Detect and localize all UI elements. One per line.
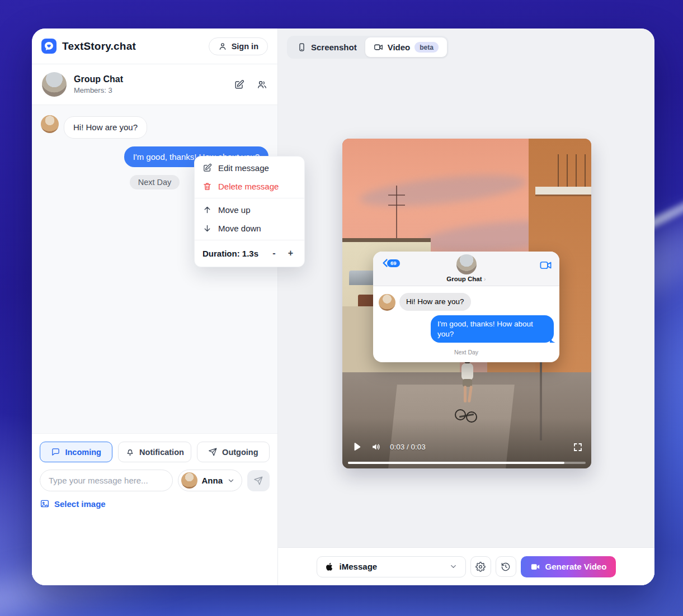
chevron-down-icon [449,562,458,571]
cyclist-figure [456,358,479,423]
duration-decrease-button[interactable]: - [269,248,279,258]
bell-icon [125,447,135,457]
incoming-message-bubble[interactable]: Hi! How are you? [64,116,147,139]
generate-toolbar: iMessage Generate Video [278,547,654,585]
video-controls: 0:03 / 0:03 [351,441,583,453]
phone-group-name: Group Chat [446,276,482,282]
platform-label: iMessage [340,562,378,571]
phone-group-avatar [456,254,477,274]
generate-video-button[interactable]: Generate Video [521,556,616,577]
sign-in-label: Sign in [232,42,258,51]
phone-sender-avatar [379,294,395,311]
gear-icon [475,562,486,572]
delete-message-item[interactable]: Delete message [195,177,304,196]
arrow-up-icon [202,205,212,215]
duration-increase-button[interactable]: + [285,248,296,258]
beta-badge: beta [414,42,439,53]
platform-select[interactable]: iMessage [317,556,466,577]
select-image-label: Select image [54,499,106,509]
incoming-label: Incoming [65,448,101,457]
move-down-label: Move down [218,224,261,233]
menu-divider [195,240,304,240]
day-divider-pill[interactable]: Next Day [130,175,180,189]
phone-incoming-bubble: Hi! How are you? [399,293,471,311]
message-context-menu: Edit message Delete message Move up Move… [194,156,305,267]
facetime-button[interactable] [539,259,552,274]
app-title: TextStory.chat [62,40,136,53]
message-type-incoming-button[interactable]: Incoming [40,442,112,462]
message-composer: Incoming Notification Outgoing [32,433,277,585]
group-members-icon[interactable] [257,79,267,90]
phone-chat-header: 69 Group Chat › [373,252,559,286]
group-name: Group Chat [74,74,123,84]
chat-editor-panel: TextStory.chat Sign in Group Chat Member… [32,29,278,585]
title-chevron: › [484,276,486,282]
chat-bubble-icon [51,447,60,457]
message-input[interactable] [40,470,173,491]
preview-mode-tabs: Screenshot Video beta [287,36,449,59]
back-button[interactable]: 69 [380,258,400,268]
move-up-item[interactable]: Move up [195,201,304,219]
select-image-link[interactable]: Select image [40,499,106,509]
outgoing-label: Outgoing [222,448,258,457]
message-type-outgoing-button[interactable]: Outgoing [197,442,270,462]
duration-label: Duration: 1.3s [202,249,258,258]
settings-button[interactable] [470,556,491,577]
app-logo-icon [41,39,56,54]
tab-screenshot[interactable]: Screenshot [289,38,365,56]
tab-video-label: Video [388,42,411,52]
send-icon [253,476,263,486]
group-avatar[interactable] [42,72,67,97]
video-progress-bar[interactable] [348,462,586,464]
sender-avatar [41,115,59,133]
sender-name: Anna [202,476,223,485]
phone-outgoing-bubble: I'm good, thanks! How about you? [431,315,554,343]
video-camera-icon [539,259,552,272]
paper-plane-icon [208,447,218,457]
chevron-down-icon [227,477,235,485]
sender-avatar-small [181,472,197,489]
desktop-wallpaper: TextStory.chat Sign in Group Chat Member… [0,0,683,616]
tab-video[interactable]: Video beta [365,37,447,57]
smartphone-icon [297,42,307,52]
trash-icon [202,182,212,191]
group-members-count: Members: 3 [74,86,123,94]
phone-day-divider: Next Day [379,349,554,356]
send-message-button[interactable] [247,470,270,491]
sign-in-button[interactable]: Sign in [209,37,268,55]
group-chat-header: Group Chat Members: 3 [32,64,277,105]
edit-group-icon[interactable] [234,79,244,90]
move-down-item[interactable]: Move down [195,219,304,238]
incoming-message-row: Hi! How are you? [41,115,269,139]
move-up-label: Move up [218,205,251,215]
message-timeline: Hi! How are you? I'm good, thanks! How a… [32,105,277,433]
delete-message-label: Delete message [218,182,279,191]
video-camera-icon [530,562,540,572]
message-type-notification-button[interactable]: Notification [118,442,191,462]
edit-message-item[interactable]: Edit message [195,159,304,177]
generate-video-label: Generate Video [545,562,607,571]
edit-icon [202,163,212,173]
play-icon[interactable] [351,441,362,453]
unread-count-badge: 69 [387,259,400,267]
image-icon [40,499,50,509]
video-camera-icon [374,42,383,52]
volume-icon[interactable] [371,442,381,452]
fullscreen-icon[interactable] [573,442,583,452]
preview-panel: Screenshot Video beta [278,29,654,585]
person-icon [218,42,227,51]
menu-divider [195,198,304,198]
history-icon [501,562,511,572]
edit-message-label: Edit message [218,163,269,173]
apple-icon [325,562,334,571]
video-preview[interactable]: 69 Group Chat › Hi! How are you? [342,139,591,468]
history-button[interactable] [496,556,516,577]
sender-select[interactable]: Anna [178,470,243,491]
notification-label: Notification [139,448,184,457]
playback-time: 0:03 / 0:03 [390,443,426,451]
duration-row: Duration: 1.3s - + [195,243,304,264]
phone-chat-overlay: 69 Group Chat › Hi! How are you? [373,252,559,362]
app-window: TextStory.chat Sign in Group Chat Member… [32,29,654,585]
arrow-down-icon [202,224,212,233]
tab-screenshot-label: Screenshot [311,42,357,52]
